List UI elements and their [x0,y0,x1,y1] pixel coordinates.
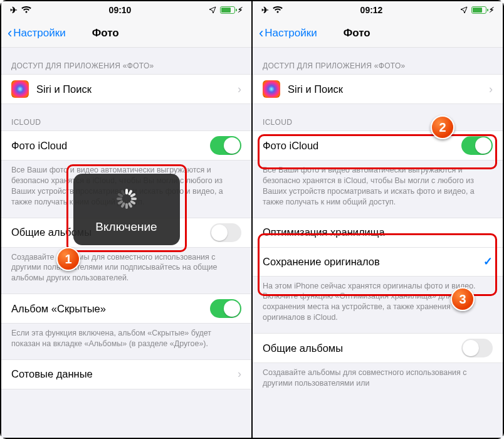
phone-right: ✈︎ 09:12 ⚡︎ ‹ Настройки Фото ДОСТУП ДЛЯ … [251,1,503,438]
wifi-icon [273,6,283,14]
back-button[interactable]: ‹ Настройки [259,26,317,40]
icloud-photos-label: Фото iCloud [263,140,461,152]
cellular-cell[interactable]: Сотовые данные › [1,360,251,389]
chevron-right-icon: › [238,368,241,381]
callout-1: 1 [56,247,80,271]
battery-icon [220,6,235,14]
chevron-left-icon: ‹ [8,26,12,40]
hidden-footer: Если эта функция включена, альбом «Скрыт… [1,324,251,352]
originals-label: Сохранение оригиналов [263,256,483,268]
siri-icon [11,80,29,98]
content[interactable]: ДОСТУП ДЛЯ ПРИЛОЖЕНИЯ «ФОТО» Siri и Поис… [253,48,503,438]
hidden-album-label: Альбом «Скрытые» [11,303,210,315]
location-icon [209,6,216,14]
section-header-access: ДОСТУП ДЛЯ ПРИЛОЖЕНИЯ «ФОТО» [253,48,503,74]
icloud-photos-switch[interactable] [461,136,493,155]
location-icon [460,6,468,14]
chevron-right-icon: › [238,83,241,96]
charging-icon: ⚡︎ [489,6,494,14]
spinner-icon [117,189,137,209]
callout-2: 2 [431,115,454,139]
icloud-photos-switch[interactable] [210,136,241,155]
loading-toast: Включение [73,174,180,245]
battery-icon [471,6,486,14]
shared-albums-switch[interactable] [461,339,493,357]
chevron-right-icon: › [489,83,493,96]
siri-label: Siri и Поиск [288,83,489,95]
siri-search-cell[interactable]: Siri и Поиск › [1,75,251,103]
status-time: 09:12 [360,5,383,15]
nav-bar: ‹ Настройки Фото [1,19,251,48]
status-time: 09:10 [109,5,132,15]
cellular-label: Сотовые данные [11,368,238,380]
back-button[interactable]: ‹ Настройки [8,26,66,40]
callout-3: 3 [451,287,475,311]
hidden-album-switch[interactable] [210,299,241,318]
page-title: Фото [344,27,370,40]
siri-search-cell[interactable]: Siri и Поиск › [253,75,503,103]
back-label: Настройки [13,27,65,40]
phone-left: ✈︎ 09:10 ⚡︎ ‹ Настройки Фото ДОСТУП ДЛЯ … [1,1,251,438]
siri-label: Siri и Поиск [36,83,238,95]
icloud-photos-label: Фото iCloud [11,140,210,152]
back-label: Настройки [265,27,317,40]
wifi-icon [21,6,31,14]
page-title: Фото [92,27,119,40]
hidden-album-cell[interactable]: Альбом «Скрытые» [1,294,251,323]
charging-icon: ⚡︎ [238,6,243,14]
airplane-icon: ✈︎ [10,5,18,15]
section-header-access: ДОСТУП ДЛЯ ПРИЛОЖЕНИЯ «ФОТО» [1,48,251,74]
shared-albums-switch[interactable] [210,223,241,242]
checkmark-icon: ✓ [483,255,493,268]
shared-albums-cell[interactable]: Общие альбомы [253,334,503,362]
nav-bar: ‹ Настройки Фото [253,19,503,48]
siri-icon [263,80,280,98]
shared-footer: Создавайте альбомы для совместного испол… [253,363,503,391]
airplane-icon: ✈︎ [261,5,269,15]
shared-albums-label: Общие альбомы [263,342,461,354]
optimize-label: Оптимизация хранилища [263,226,493,238]
icloud-footer: Все Ваши фото и видео автоматически выгр… [253,161,503,210]
icloud-photos-cell[interactable]: Фото iCloud [1,131,251,160]
shared-footer: Создавайте альбомы для совместного испол… [1,248,251,287]
toast-text: Включение [95,220,157,234]
section-header-icloud: ICLOUD [1,104,251,130]
icloud-photos-cell[interactable]: Фото iCloud [253,131,503,160]
section-header-icloud: ICLOUD [253,104,503,130]
status-bar: ✈︎ 09:10 ⚡︎ [1,1,251,19]
keep-originals-cell[interactable]: Сохранение оригиналов ✓ [253,247,503,276]
status-bar: ✈︎ 09:12 ⚡︎ [253,1,503,19]
chevron-left-icon: ‹ [259,26,263,40]
optimize-storage-cell[interactable]: Оптимизация хранилища [253,218,503,247]
